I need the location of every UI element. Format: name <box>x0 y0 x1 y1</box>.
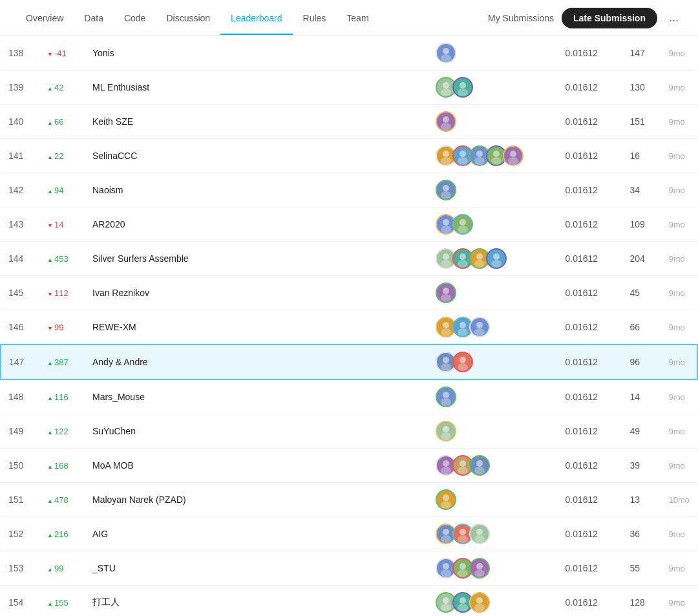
avatar[interactable] <box>436 111 456 132</box>
more-button[interactable]: ... <box>665 8 682 27</box>
entries-cell: 66 <box>622 310 661 345</box>
table-row[interactable]: 14699REWE-XM 0.01612669mo <box>1 310 697 345</box>
table-row[interactable]: 14294Naoism 0.01612349mo <box>1 173 697 207</box>
time-cell: 9mo <box>661 276 697 310</box>
svg-point-24 <box>443 253 449 260</box>
svg-point-49 <box>441 467 451 474</box>
avatar[interactable] <box>503 145 524 166</box>
table-row[interactable]: 138-41Yonis 0.016121479mo <box>1 36 697 70</box>
change-cell: 99 <box>39 310 85 345</box>
time-cell: 9mo <box>661 207 697 242</box>
team-name-cell: SuYuChen <box>85 414 428 449</box>
table-row[interactable]: 15399_STU 0.01612559mo <box>1 551 697 586</box>
time-cell: 10mo <box>661 483 697 517</box>
time-cell: 9mo <box>661 173 697 207</box>
avatar[interactable] <box>469 592 490 613</box>
nav-link-rules[interactable]: Rules <box>293 1 337 35</box>
table-row[interactable]: 152216AIG 0.01612369mo <box>1 517 697 551</box>
score-cell: 0.01612 <box>557 36 622 70</box>
table-row[interactable]: 151478Maloyan Narek (PZAD) 0.016121310mo <box>1 483 697 517</box>
avatar[interactable] <box>486 248 507 269</box>
table-row[interactable]: 150168MoA MOB 0.01612399mo <box>1 449 697 483</box>
arrow-up-icon <box>47 357 54 367</box>
avatars <box>436 43 549 63</box>
table-row[interactable]: 145112Ivan Reznikov 0.01612459mo <box>1 276 697 310</box>
table-row[interactable]: 147387Andy & Andre 0.01612969mo <box>1 345 697 379</box>
svg-point-53 <box>474 467 485 474</box>
rank-cell: 141 <box>1 139 39 173</box>
entries-cell: 13 <box>622 483 661 517</box>
table-row[interactable]: 14314AR2020 0.016121099mo <box>1 207 697 242</box>
score-cell: 0.01612 <box>557 517 622 551</box>
table-row[interactable]: 149122SuYuChen 0.01612499mo <box>1 414 697 449</box>
avatar[interactable] <box>436 180 456 200</box>
nav-link-leaderboard[interactable]: Leaderboard <box>220 1 292 35</box>
avatar[interactable] <box>469 317 490 337</box>
svg-point-61 <box>474 535 485 543</box>
avatar[interactable] <box>469 455 490 476</box>
avatar[interactable] <box>436 387 456 407</box>
leaderboard-table: 138-41Yonis 0.016121479mo13942ML Enthusi… <box>0 36 698 616</box>
svg-point-56 <box>443 529 449 535</box>
svg-point-34 <box>443 322 449 328</box>
avatar[interactable] <box>469 524 490 544</box>
avatar[interactable] <box>469 558 490 579</box>
avatar[interactable] <box>452 352 473 372</box>
table-row[interactable]: 13942ML Enthusiast 0.016121309mo <box>1 70 697 105</box>
avatar[interactable] <box>452 77 473 98</box>
time-cell: 9mo <box>661 70 697 105</box>
avatars-cell <box>428 36 557 70</box>
avatar[interactable] <box>436 282 456 303</box>
svg-point-63 <box>441 569 451 577</box>
svg-point-66 <box>476 563 483 569</box>
rank-cell: 146 <box>1 310 39 345</box>
svg-point-69 <box>441 604 451 611</box>
avatar[interactable] <box>436 421 456 441</box>
late-submission-button[interactable]: Late Submission <box>562 8 657 28</box>
time-cell: 9mo <box>661 345 697 379</box>
nav-link-team[interactable]: Team <box>336 1 379 35</box>
team-name-cell: AIG <box>85 517 428 551</box>
change-cell: 14 <box>39 207 85 242</box>
table-row[interactable]: 14066Keith SZE 0.016121519mo <box>1 105 697 139</box>
svg-point-64 <box>460 563 466 569</box>
nav-link-code[interactable]: Code <box>114 1 156 35</box>
table-row[interactable]: 154155打工人 0.016121289mo <box>1 586 697 617</box>
team-name-cell: Andy & Andre <box>85 345 428 379</box>
time-cell: 9mo <box>661 586 697 617</box>
score-cell: 0.01612 <box>557 483 622 517</box>
avatars-cell <box>428 483 557 517</box>
svg-point-42 <box>460 357 466 363</box>
time-cell: 9mo <box>661 36 697 70</box>
avatars-cell <box>428 242 557 276</box>
svg-point-8 <box>443 151 449 157</box>
svg-point-43 <box>458 363 468 371</box>
avatar[interactable] <box>436 489 456 510</box>
table-row[interactable]: 148116Mars_Mouse 0.01612149mo <box>1 379 697 414</box>
nav-link-data[interactable]: Data <box>74 1 114 35</box>
avatar[interactable] <box>436 43 456 63</box>
svg-point-73 <box>474 604 485 611</box>
table-body: 138-41Yonis 0.016121479mo13942ML Enthusi… <box>1 36 697 616</box>
nav-link-overview[interactable]: Overview <box>16 1 74 35</box>
avatar[interactable] <box>452 214 473 235</box>
avatars-cell <box>428 586 557 617</box>
avatars <box>436 592 549 613</box>
avatars <box>436 524 549 544</box>
table-row[interactable]: 14122SelinaCCC 0.01612169mo <box>1 139 697 173</box>
change-cell: 94 <box>39 173 85 207</box>
svg-point-22 <box>460 219 466 226</box>
change-cell: -41 <box>39 36 85 70</box>
score-cell: 0.01612 <box>557 207 622 242</box>
avatars-cell <box>428 379 557 414</box>
svg-point-6 <box>443 116 449 123</box>
nav-link-discussion[interactable]: Discussion <box>156 1 220 35</box>
svg-point-19 <box>441 191 451 199</box>
svg-point-32 <box>443 288 449 294</box>
svg-point-54 <box>443 494 449 501</box>
table-row[interactable]: 144453Silver Surfers Assemble 0.01612204… <box>1 242 697 276</box>
my-submissions-link[interactable]: My Submissions <box>488 13 554 23</box>
score-cell: 0.01612 <box>557 551 622 586</box>
svg-point-3 <box>441 89 451 96</box>
entries-cell: 45 <box>622 276 661 310</box>
